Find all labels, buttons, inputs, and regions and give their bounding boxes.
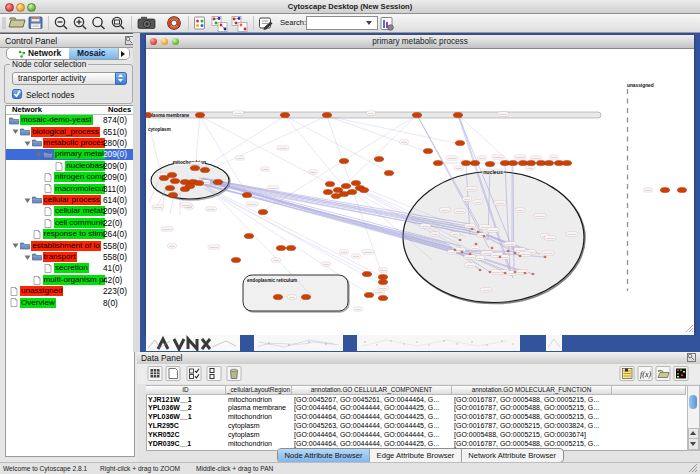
svg-text:cytoplasm: cytoplasm [148, 127, 171, 132]
svg-text:nucleus: nucleus [483, 169, 503, 175]
svg-text:unassigned: unassigned [627, 83, 654, 88]
svg-text:plasma membrane: plasma membrane [149, 113, 190, 118]
svg-text:endoplasmic reticulum: endoplasmic reticulum [247, 278, 297, 283]
svg-text:f(x): f(x) [640, 370, 651, 379]
